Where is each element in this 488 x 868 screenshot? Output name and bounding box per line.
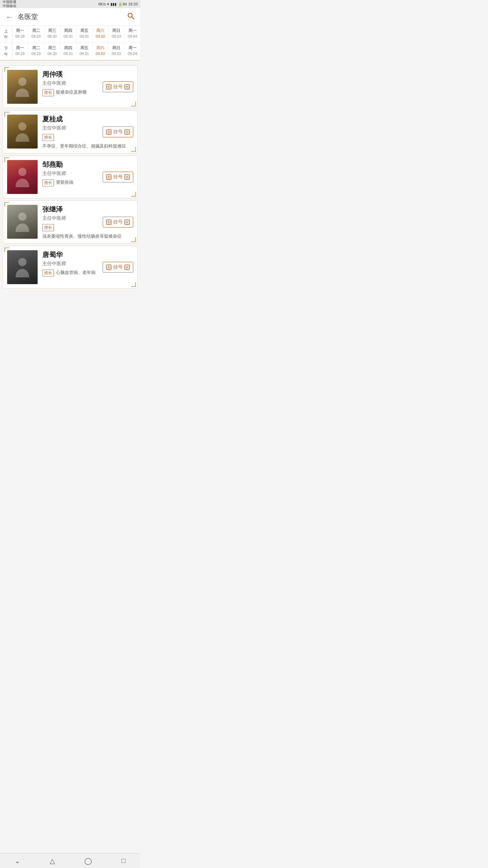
wifi-icon: ▾: [107, 2, 109, 6]
register-left-icon-1: [105, 128, 113, 136]
specialty-text-0: 疑难杂症及肿瘤: [56, 89, 87, 95]
register-button-2[interactable]: 挂号: [103, 172, 133, 182]
schedule-cell-0-1[interactable]: 周二08.29: [28, 26, 44, 43]
schedule-cell-1-2[interactable]: 周三08.30: [44, 43, 60, 60]
register-label-2: 挂号: [113, 174, 123, 180]
battery-icon: 🔋84: [118, 2, 127, 6]
svg-point-38: [18, 258, 26, 266]
carrier-info: 中国联通 中国移动: [3, 0, 16, 8]
register-left-icon-3: [105, 218, 113, 226]
doctor-name-4: 唐蜀华: [42, 250, 133, 259]
doctor-photo-2: [7, 160, 38, 194]
schedule-cell-0-0[interactable]: 周一08.28: [12, 26, 28, 43]
svg-point-2: [18, 78, 26, 86]
specialty-text-4: 心脑血管病、老年病: [56, 270, 96, 276]
register-left-icon-4: [105, 263, 113, 271]
register-label-0: 挂号: [113, 84, 123, 90]
schedule-label-1: 下午: [0, 43, 12, 60]
doctor-card-3: 张继泽主任中医师擅长浅表萎缩性胃炎、慢性结肠炎等疑难杂症 挂号: [3, 200, 138, 244]
page-title: 名医堂: [18, 12, 127, 21]
schedule-cell-0-4[interactable]: 周五09.01: [77, 26, 93, 43]
register-label-3: 挂号: [113, 219, 123, 225]
network-speed: 0K/s: [98, 2, 106, 6]
status-right: 0K/s ▾ ▮▮▮ 🔋84 19:33: [98, 2, 138, 6]
doctor-name-2: 邹燕勤: [42, 160, 133, 169]
specialty-badge-1: 擅长: [42, 134, 54, 141]
schedule-cell-0-3[interactable]: 周四08.31: [60, 26, 76, 43]
schedule-row-morning: 上午周一08.28周二08.29周三08.30周四08.31周五09.01周六0…: [0, 26, 140, 43]
doctor-name-0: 周仲瑛: [42, 70, 133, 79]
back-button[interactable]: ←: [5, 12, 14, 22]
schedule-cell-1-5[interactable]: 周六09.02: [93, 43, 108, 60]
signal-icon: ▮▮▮: [110, 2, 117, 6]
schedule-cell-0-2[interactable]: 周三08.30: [44, 26, 60, 43]
doctor-photo-4: [7, 250, 38, 284]
app-bar: ← 名医堂: [0, 8, 140, 26]
register-label-1: 挂号: [113, 129, 123, 135]
doctor-card-1: 夏桂成主任中医师擅长不孕症、更年期综合症、崩漏及妇科疑难症 挂号: [3, 110, 138, 154]
register-right-icon-2: [123, 173, 131, 181]
search-button[interactable]: [127, 12, 135, 22]
schedule-cell-1-0[interactable]: 周一08.28: [12, 43, 28, 60]
doctor-list: 周仲瑛主任中医师擅长疑难杂症及肿瘤 挂号 夏桂成主任中医师擅长不孕症、更年期综合…: [0, 61, 140, 293]
specialty-badge-4: 擅长: [42, 270, 54, 277]
schedule-cell-0-6[interactable]: 周日09.03: [108, 26, 124, 43]
svg-line-1: [132, 17, 134, 19]
register-left-icon-0: [105, 83, 113, 91]
doctor-photo-1: [7, 115, 38, 149]
register-right-icon-4: [123, 263, 131, 271]
schedule-cell-1-4[interactable]: 周五09.01: [77, 43, 93, 60]
doctor-photo-3: [7, 205, 38, 239]
specialty-badge-2: 擅长: [42, 179, 54, 186]
register-right-icon-1: [123, 128, 131, 136]
specialty-badge-3: 擅长: [42, 224, 54, 231]
register-label-4: 挂号: [113, 264, 123, 270]
schedule-cell-1-3[interactable]: 周四08.31: [60, 43, 76, 60]
schedule-cell-0-7[interactable]: 周一09.04: [125, 26, 140, 43]
register-button-1[interactable]: 挂号: [103, 126, 133, 137]
register-right-icon-0: [123, 83, 131, 91]
svg-point-11: [18, 122, 26, 131]
specialty-badge-0: 擅长: [42, 89, 54, 96]
register-button-3[interactable]: 挂号: [103, 217, 133, 228]
carrier2: 中国移动: [3, 4, 16, 8]
schedule-grid: 上午周一08.28周二08.29周三08.30周四08.31周五09.01周六0…: [0, 26, 140, 61]
doctor-name-3: 张继泽: [42, 205, 133, 214]
specialty-text-3: 浅表萎缩性胃炎、慢性结肠炎等疑难杂症: [42, 233, 122, 239]
carrier1: 中国联通: [3, 0, 16, 4]
schedule-cell-0-5[interactable]: 周六09.02: [93, 26, 108, 43]
doctor-card-4: 唐蜀华主任中医师擅长心脑血管病、老年病 挂号: [3, 246, 138, 289]
doctor-card-0: 周仲瑛主任中医师擅长疑难杂症及肿瘤 挂号: [3, 65, 138, 108]
svg-point-0: [128, 13, 132, 17]
svg-point-20: [18, 168, 26, 176]
doctor-photo-0: [7, 70, 38, 104]
register-button-0[interactable]: 挂号: [103, 81, 133, 92]
time-display: 19:33: [128, 2, 138, 6]
register-right-icon-3: [123, 218, 131, 226]
schedule-cell-1-1[interactable]: 周二08.29: [28, 43, 44, 60]
specialty-text-2: 肾脏疾病: [56, 179, 74, 185]
register-left-icon-2: [105, 173, 113, 181]
schedule-cell-1-7[interactable]: 周一09.04: [125, 43, 140, 60]
schedule-label-0: 上午: [0, 26, 12, 43]
doctor-card-2: 邹燕勤主任中医师擅长肾脏疾病 挂号: [3, 156, 138, 198]
specialty-text-1: 不孕症、更年期综合症、崩漏及妇科疑难症: [42, 143, 126, 149]
schedule-cell-1-6[interactable]: 周日09.03: [108, 43, 124, 60]
doctor-name-1: 夏桂成: [42, 115, 133, 124]
status-bar: 中国联通 中国移动 0K/s ▾ ▮▮▮ 🔋84 19:33: [0, 0, 140, 8]
register-button-4[interactable]: 挂号: [103, 262, 133, 273]
schedule-row-afternoon: 下午周一08.28周二08.29周三08.30周四08.31周五09.01周六0…: [0, 43, 140, 60]
svg-point-29: [18, 213, 26, 221]
